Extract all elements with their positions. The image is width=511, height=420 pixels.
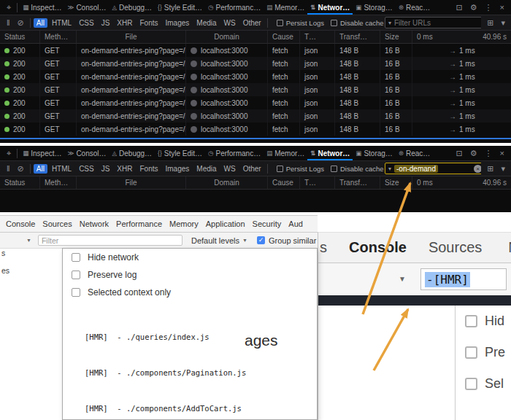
menu-icon[interactable]: ⋮ <box>481 3 496 12</box>
tab-storage[interactable]: ▣Storag… <box>353 146 396 160</box>
option-selected-context[interactable]: Sel <box>456 368 511 400</box>
filter-type-js[interactable]: JS <box>99 18 113 28</box>
column-method[interactable]: Meth… <box>40 31 77 43</box>
filter-type-media[interactable]: Media <box>193 164 219 174</box>
tab-sources[interactable]: Sources <box>429 239 482 256</box>
tab-memory[interactable]: ▤Memor… <box>264 0 307 15</box>
filter-type-ws[interactable]: WS <box>221 164 239 174</box>
filter-type-other[interactable]: Other <box>240 18 264 28</box>
tab-debugger[interactable]: ◬Debugg… <box>110 0 155 15</box>
menu-icon[interactable]: ⋮ <box>481 149 496 158</box>
settings-icon[interactable]: ⚙ <box>466 3 481 12</box>
column-domain[interactable]: Domain <box>186 176 268 189</box>
option-hide-network[interactable]: Hid <box>456 306 511 337</box>
zoomed-filter-input[interactable]: -[HMR] <box>420 268 507 290</box>
filter-type-media[interactable]: Media <box>193 18 219 28</box>
persist-logs-checkbox[interactable] <box>277 20 283 26</box>
pick-element-icon[interactable]: ⌖ <box>3 149 15 158</box>
close-icon[interactable]: × <box>496 3 508 12</box>
filter-type-images[interactable]: Images <box>163 164 193 174</box>
clear-requests-icon[interactable]: ⊘ <box>14 164 28 174</box>
tab-style-editor[interactable]: {}Style Edit… <box>155 146 205 160</box>
tab-sources[interactable]: Sources <box>39 219 75 228</box>
pause-icon[interactable]: ‖ <box>3 164 14 173</box>
column-status[interactable]: Status <box>0 31 40 43</box>
filter-type-xhr[interactable]: XHR <box>114 164 135 174</box>
network-request-row[interactable]: 200 GET on-demand-entries-ping?page=/it…… <box>0 122 511 136</box>
filter-type-css[interactable]: CSS <box>76 18 97 28</box>
filter-type-images[interactable]: Images <box>163 18 193 28</box>
column-size[interactable]: Size <box>380 176 412 189</box>
column-transferred[interactable]: Transf… <box>335 31 380 43</box>
filter-type-html[interactable]: HTML <box>49 164 74 174</box>
group-similar-checkbox[interactable]: ✓ <box>257 236 265 244</box>
url-filter-input-active[interactable]: ▾ -on-demand × <box>385 163 485 174</box>
tab-console[interactable]: Console <box>2 219 39 228</box>
filter-type-js[interactable]: JS <box>99 164 113 174</box>
network-request-row[interactable]: 200 GET on-demand-entries-ping?page=/it…… <box>0 96 511 109</box>
filter-type-xhr[interactable]: XHR <box>114 18 135 28</box>
option-selected-context-only[interactable]: Selected context only <box>63 284 317 301</box>
filter-type-other[interactable]: Other <box>240 164 264 174</box>
har-export-icon[interactable]: ⊞ <box>483 18 497 28</box>
tab-memory[interactable]: Memory <box>166 219 202 228</box>
responsive-mode-icon[interactable]: ⊡ <box>452 3 466 12</box>
tab-react[interactable]: ⊛Reac… <box>396 0 433 15</box>
network-request-row[interactable]: 200 GET on-demand-entries-ping?page=/it…… <box>0 83 511 96</box>
column-size[interactable]: Size <box>380 31 412 43</box>
toolbar-caret-icon[interactable]: ▾ <box>497 164 509 174</box>
tab-console[interactable]: ≫Consol… <box>64 146 109 160</box>
filter-type-html[interactable]: HTML <box>49 18 74 28</box>
column-method[interactable]: Meth… <box>40 176 77 189</box>
console-filter-input[interactable]: Filter <box>38 235 182 246</box>
context-caret-icon[interactable]: ▼ <box>399 275 406 283</box>
tab-performance[interactable]: ◷Performanc… <box>205 146 264 160</box>
option-preserve-log[interactable]: Pre <box>456 337 511 368</box>
column-timeline[interactable]: 0 ms 40.96 s <box>412 176 511 189</box>
filter-type-css[interactable]: CSS <box>76 164 97 174</box>
tab-inspector[interactable]: ▦Inspect… <box>20 146 64 160</box>
tab-network[interactable]: ⇅Networ… <box>307 146 353 160</box>
filter-type-ws[interactable]: WS <box>221 18 239 28</box>
option-preserve-log[interactable]: Preserve log <box>63 266 317 284</box>
tab-network[interactable]: Network <box>76 219 112 228</box>
persist-logs-checkbox[interactable] <box>277 166 283 172</box>
disable-cache-checkbox[interactable] <box>331 20 337 26</box>
pick-element-icon[interactable]: ⌖ <box>3 3 15 12</box>
tab-storage[interactable]: ▣Storag… <box>353 0 396 15</box>
tab-react[interactable]: ⊛Reac… <box>396 146 433 160</box>
network-request-row[interactable]: 200 GET on-demand-entries-ping?page=/it…… <box>0 57 511 70</box>
column-file[interactable]: File <box>77 176 186 189</box>
network-request-row[interactable]: 200 GET on-demand-entries-ping?page=/it…… <box>0 109 511 122</box>
network-request-row[interactable]: 200 GET on-demand-entries-ping?page=/it…… <box>0 44 511 57</box>
column-status[interactable]: Status <box>0 176 40 189</box>
column-timeline[interactable]: 0 ms 40.96 s <box>412 31 511 43</box>
context-caret-icon[interactable]: ▼ <box>26 238 31 243</box>
filter-type-fonts[interactable]: Fonts <box>137 18 161 28</box>
filter-type-all[interactable]: All <box>34 18 47 28</box>
panel-splitter[interactable] <box>0 138 511 139</box>
url-filter-input[interactable]: ▾ Filter URLs <box>385 17 485 28</box>
column-domain[interactable]: Domain <box>186 31 268 43</box>
pause-icon[interactable]: ‖ <box>3 18 14 27</box>
column-type[interactable]: T… <box>300 31 335 43</box>
settings-icon[interactable]: ⚙ <box>466 149 481 158</box>
network-request-row[interactable]: 200 GET on-demand-entries-ping?page=/it…… <box>0 70 511 83</box>
tab-console[interactable]: Console <box>349 239 407 256</box>
tab-security[interactable]: Security <box>249 219 285 228</box>
tab-application[interactable]: Application <box>202 219 249 228</box>
tab-style-editor[interactable]: {}Style Edit… <box>155 0 205 15</box>
tab-debugger[interactable]: ◬Debugg… <box>110 146 155 160</box>
tab-audits-truncated[interactable]: Aud <box>285 219 307 228</box>
har-export-icon[interactable]: ⊞ <box>483 164 497 174</box>
tab-memory[interactable]: ▤Memor… <box>264 146 307 160</box>
filter-type-all[interactable]: All <box>34 164 47 174</box>
filter-type-fonts[interactable]: Fonts <box>137 164 161 174</box>
tab-console[interactable]: ≫Consol… <box>64 0 109 15</box>
column-cause[interactable]: Cause <box>268 176 300 189</box>
column-type[interactable]: T… <box>300 176 335 189</box>
close-icon[interactable]: × <box>496 149 508 158</box>
tab-performance[interactable]: ◷Performanc… <box>205 0 264 15</box>
log-levels-dropdown[interactable]: Default levels <box>191 236 239 245</box>
clear-requests-icon[interactable]: ⊘ <box>14 18 28 28</box>
